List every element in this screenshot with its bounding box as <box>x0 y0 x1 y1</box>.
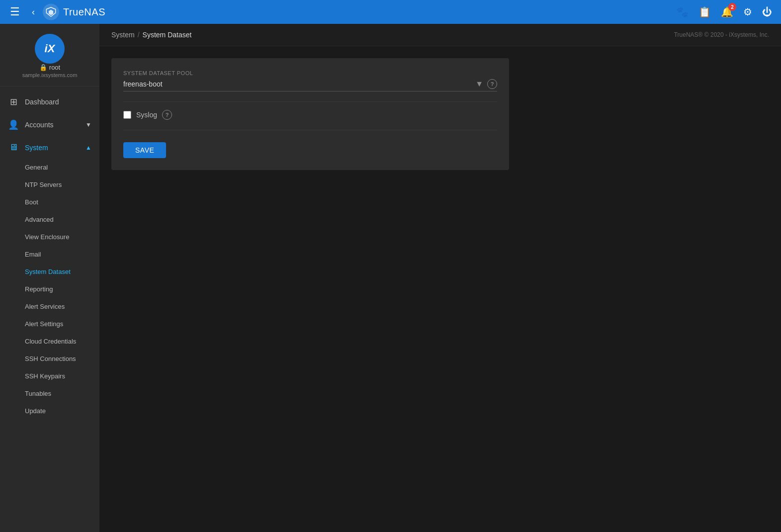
form-divider <box>123 101 497 102</box>
accounts-icon: 👤 <box>8 119 19 130</box>
system-arrow-icon: ▲ <box>86 144 91 151</box>
form-divider-2 <box>123 130 497 130</box>
page-content: System Dataset Pool freenas-boot ▼ ? Sys… <box>99 46 781 532</box>
lock-icon: 🔒 <box>39 64 47 71</box>
topnav-actions: 🐾 📋 🔔 2 ⚙ ⏻ <box>673 3 775 21</box>
notification-badge: 2 <box>728 3 736 11</box>
user-panel: iX 🔒 root sample.ixsystems.com <box>0 24 99 87</box>
sidebar: iX 🔒 root sample.ixsystems.com ⊞ Dashboa… <box>0 24 99 532</box>
breadcrumb-bar: System / System Dataset TrueNAS® © 2020 … <box>99 24 781 46</box>
pool-select-wrapper: freenas-boot ▼ ? <box>123 79 497 91</box>
syslog-help-icon[interactable]: ? <box>162 110 172 120</box>
username: 🔒 root <box>39 64 60 71</box>
sidebar-item-ssh-keypairs[interactable]: SSH Keypairs <box>0 367 99 385</box>
feedback-icon: 🐾 <box>676 6 689 18</box>
main-layout: iX 🔒 root sample.ixsystems.com ⊞ Dashboa… <box>0 24 781 532</box>
collapse-button[interactable]: ‹ <box>28 5 39 19</box>
breadcrumb: System / System Dataset <box>111 31 191 39</box>
pool-field-label: System Dataset Pool <box>123 70 497 76</box>
sidebar-item-email[interactable]: Email <box>0 246 99 263</box>
syslog-checkbox[interactable] <box>123 111 131 119</box>
sidebar-item-ntp-servers[interactable]: NTP Servers <box>0 176 99 193</box>
content-area: System / System Dataset TrueNAS® © 2020 … <box>99 24 781 532</box>
sidebar-item-system-dataset[interactable]: System Dataset <box>0 263 99 280</box>
sidebar-item-cloud-credentials[interactable]: Cloud Credentials <box>0 333 99 350</box>
sidebar-item-view-enclosure[interactable]: View Enclosure <box>0 228 99 246</box>
gear-icon: ⚙ <box>743 6 752 18</box>
user-avatar: iX <box>35 34 65 64</box>
pool-help-icon[interactable]: ? <box>487 79 497 89</box>
truenas-logo-icon <box>43 3 59 21</box>
breadcrumb-separator: / <box>138 31 140 39</box>
sidebar-item-ssh-connections[interactable]: SSH Connections <box>0 350 99 367</box>
system-icon: 🖥 <box>8 142 19 153</box>
app-title: TrueNAS <box>63 6 105 18</box>
clipboard-icon: 📋 <box>698 6 711 18</box>
sidebar-item-advanced[interactable]: Advanced <box>0 211 99 228</box>
power-icon: ⏻ <box>762 6 772 18</box>
settings-button[interactable]: ⚙ <box>740 3 755 21</box>
sidebar-item-reporting[interactable]: Reporting <box>0 280 99 298</box>
sidebar-item-system[interactable]: 🖥 System ▲ <box>0 136 99 159</box>
sidebar-item-dashboard[interactable]: ⊞ Dashboard <box>0 90 99 113</box>
pool-field: System Dataset Pool freenas-boot ▼ ? <box>123 70 497 91</box>
copyright-text: TrueNAS® © 2020 - iXsystems, Inc. <box>674 31 769 38</box>
dashboard-icon: ⊞ <box>8 96 19 107</box>
sidebar-item-general[interactable]: General <box>0 159 99 176</box>
sidebar-item-boot[interactable]: Boot <box>0 193 99 211</box>
accounts-arrow-icon: ▼ <box>86 121 91 128</box>
syslog-row: Syslog ? <box>123 110 497 120</box>
topnav: ☰ ‹ TrueNAS 🐾 📋 🔔 2 ⚙ ⏻ <box>0 0 781 24</box>
sidebar-item-alert-settings[interactable]: Alert Settings <box>0 315 99 333</box>
feedback-button[interactable]: 🐾 <box>673 3 692 21</box>
breadcrumb-current: System Dataset <box>143 31 192 39</box>
breadcrumb-parent[interactable]: System <box>111 31 135 39</box>
syslog-label: Syslog <box>136 111 157 119</box>
sidebar-item-alert-services[interactable]: Alert Services <box>0 298 99 315</box>
logo-area: ☰ ‹ TrueNAS <box>6 3 105 21</box>
sidebar-nav: ⊞ Dashboard 👤 Accounts ▼ 🖥 System ▲ Gene… <box>0 87 99 532</box>
notifications-button[interactable]: 🔔 2 <box>718 3 736 21</box>
menu-button[interactable]: ☰ <box>6 3 24 20</box>
sidebar-item-update[interactable]: Update <box>0 402 99 420</box>
select-arrow-icon: ▼ <box>475 80 483 89</box>
clipboard-button[interactable]: 📋 <box>695 3 714 21</box>
dashboard-label: Dashboard <box>25 98 91 106</box>
accounts-label: Accounts <box>25 121 80 129</box>
pool-select[interactable]: freenas-boot <box>123 80 475 88</box>
save-button[interactable]: SAVE <box>123 142 166 158</box>
sidebar-item-tunables[interactable]: Tunables <box>0 385 99 402</box>
system-dataset-form: System Dataset Pool freenas-boot ▼ ? Sys… <box>111 58 509 170</box>
hostname: sample.ixsystems.com <box>22 72 78 78</box>
system-label: System <box>25 144 80 152</box>
sidebar-item-accounts[interactable]: 👤 Accounts ▼ <box>0 113 99 136</box>
power-button[interactable]: ⏻ <box>759 3 775 21</box>
